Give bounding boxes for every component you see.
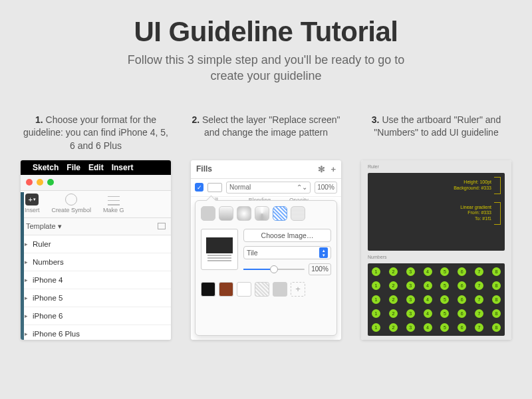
template-iphone5[interactable]: iPhone 5 xyxy=(21,289,171,307)
zoom-icon[interactable] xyxy=(47,179,54,186)
chevron-down-icon: ▾ xyxy=(58,222,62,231)
choose-image-button[interactable]: Choose Image… xyxy=(243,229,331,242)
preset-hatch[interactable] xyxy=(255,282,269,297)
symbol-icon xyxy=(65,194,77,205)
gear-icon[interactable]: ✻ xyxy=(318,164,325,174)
menu-edit[interactable]: Edit xyxy=(88,163,104,172)
close-icon[interactable] xyxy=(26,179,33,186)
add-fill-button[interactable]: + xyxy=(331,164,336,174)
fill-type-angular[interactable] xyxy=(255,206,269,221)
fills-inspector-panel: Fills ✻ + ✓ Normal⌃⌄ 100% Fill Bl xyxy=(191,160,341,340)
template-iphone6plus[interactable]: iPhone 6 Plus xyxy=(21,325,171,340)
fill-type-pattern[interactable] xyxy=(273,206,287,221)
page-subtitle: Follow this 3 simple step and you'll be … xyxy=(20,52,512,84)
pattern-thumbnail[interactable] xyxy=(201,229,238,270)
template-ruler[interactable]: Ruler xyxy=(21,235,171,253)
fill-type-tabs xyxy=(196,201,336,225)
sketch-panel: Sketch File Edit Insert +▾ Insert xyxy=(21,160,171,340)
fill-popover: Choose Image… Tile ▴▾ 100% xyxy=(195,200,337,336)
artboards-panel: Ruler Height: 100pt Background: #333 Lin… xyxy=(361,160,511,340)
toolbar-create-symbol-button[interactable]: Create Symbol xyxy=(52,194,92,213)
canvas-strip xyxy=(21,192,24,340)
menu-file[interactable]: File xyxy=(66,163,80,172)
panel-toggle-icon[interactable] xyxy=(158,223,166,229)
fills-header: Fills xyxy=(196,164,212,174)
opacity-field[interactable]: 100% xyxy=(315,182,337,194)
fill-type-noise[interactable] xyxy=(291,206,305,221)
numbers-artboard-label: Numbers xyxy=(368,255,505,259)
menu-app[interactable]: Sketch xyxy=(33,163,59,172)
step-1-text: 1. Choose your format for the guideline:… xyxy=(21,114,171,155)
minimize-icon[interactable] xyxy=(37,179,43,186)
template-dropdown[interactable]: Template ▾ xyxy=(21,218,171,235)
fill-type-linear[interactable] xyxy=(219,206,233,221)
ruler-artboard[interactable]: Height: 100pt Background: #333 Linear gr… xyxy=(368,173,505,251)
fill-swatch[interactable] xyxy=(207,183,222,192)
page-title: UI Guideline Tutorial xyxy=(20,16,512,48)
chevron-updown-icon: ⌃⌄ xyxy=(297,184,307,191)
preset-grey[interactable] xyxy=(273,282,287,297)
template-iphone4[interactable]: iPhone 4 xyxy=(21,271,171,289)
scale-field[interactable]: 100% xyxy=(309,263,331,275)
add-preset-button[interactable]: + xyxy=(291,282,305,297)
menu-insert[interactable]: Insert xyxy=(112,163,134,172)
scale-slider[interactable] xyxy=(243,269,305,270)
preset-brown[interactable] xyxy=(219,282,233,297)
blending-select[interactable]: Normal⌃⌄ xyxy=(226,182,311,194)
toolbar-make-grid-button[interactable]: Make G xyxy=(103,196,124,213)
step-3-text: 3. Use the artboard "Ruler" and "Numbers… xyxy=(361,114,511,155)
template-list: Ruler Numbers iPhone 4 iPhone 5 iPhone 6… xyxy=(21,235,171,340)
select-arrows-icon: ▴▾ xyxy=(319,247,328,258)
plus-icon: +▾ xyxy=(25,194,39,205)
ruler-measure-2: Linear gradient From: #333 To: #1f1 xyxy=(372,202,501,225)
ruler-artboard-label: Ruler xyxy=(368,164,505,169)
preset-white[interactable] xyxy=(237,282,251,297)
numbers-artboard[interactable]: 12345678 12345678 12345678 12345678 1234… xyxy=(368,263,505,336)
template-numbers[interactable]: Numbers xyxy=(21,253,171,271)
fill-enabled-checkbox[interactable]: ✓ xyxy=(195,183,203,192)
tile-mode-select[interactable]: Tile ▴▾ xyxy=(243,246,331,259)
step-2-text: 2. Select the layer "Replace screen" and… xyxy=(191,114,341,155)
sketch-toolbar: +▾ Insert Create Symbol Make G xyxy=(21,191,171,218)
window-traffic-lights xyxy=(21,175,171,191)
template-iphone6[interactable]: iPhone 6 xyxy=(21,307,171,325)
macos-menubar: Sketch File Edit Insert xyxy=(21,160,171,175)
preset-swatches: + xyxy=(196,275,336,297)
preset-black[interactable] xyxy=(201,282,215,297)
grid-icon xyxy=(108,196,120,205)
fill-type-solid[interactable] xyxy=(201,206,215,221)
fill-type-radial[interactable] xyxy=(237,206,251,221)
ruler-measure-1: Height: 100pt Background: #333 xyxy=(372,177,501,194)
toolbar-insert-button[interactable]: +▾ Insert xyxy=(25,194,40,213)
